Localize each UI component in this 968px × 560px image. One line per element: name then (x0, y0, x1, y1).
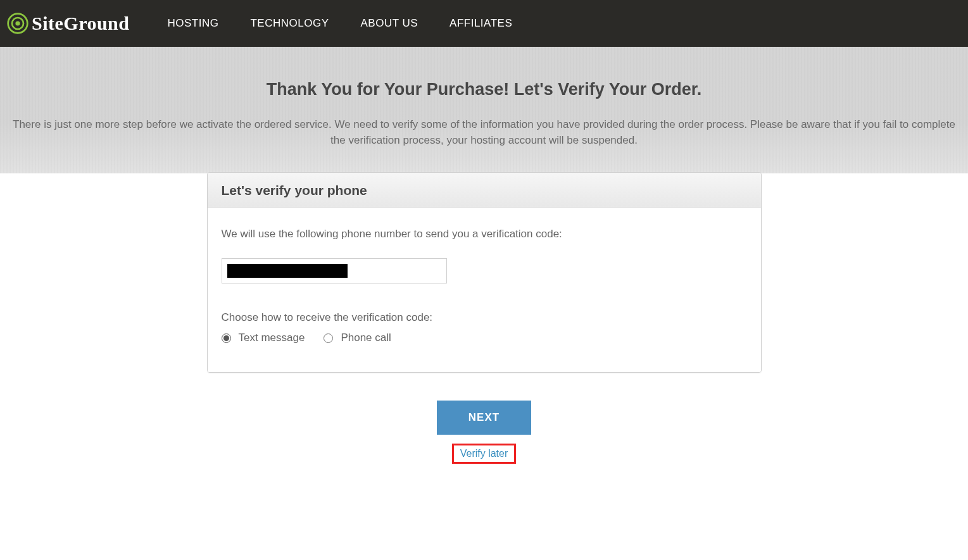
next-button[interactable]: NEXT (437, 401, 531, 435)
radio-text-message-label: Text message (239, 332, 305, 344)
nav-link-technology[interactable]: TECHNOLOGY (250, 17, 329, 30)
verification-method-radios: Text message Phone call (222, 332, 747, 344)
verify-later-link[interactable]: Verify later (460, 448, 508, 459)
radio-phone-call-input[interactable] (324, 333, 333, 343)
card-header: Let's verify your phone (208, 173, 761, 208)
verify-later-highlight: Verify later (452, 444, 517, 464)
radio-text-message-input[interactable] (222, 333, 231, 343)
page-subtitle: There is just one more step before we ac… (9, 117, 959, 148)
radio-text-message[interactable]: Text message (222, 332, 305, 344)
card-title: Let's verify your phone (222, 183, 747, 198)
page-title: Thank You for Your Purchase! Let's Verif… (9, 80, 959, 99)
nav-link-affiliates[interactable]: AFFILIATES (449, 17, 512, 30)
actions-area: NEXT Verify later (0, 401, 968, 464)
redacted-phone-value (227, 264, 348, 278)
brand-name: SiteGround (32, 13, 130, 34)
brand-icon (6, 12, 29, 35)
nav-link-hosting[interactable]: HOSTING (168, 17, 219, 30)
card-lead-text: We will use the following phone number t… (222, 228, 747, 240)
verify-phone-card: Let's verify your phone We will use the … (207, 172, 762, 373)
primary-nav: HOSTING TECHNOLOGY ABOUT US AFFILIATES (168, 17, 513, 30)
choose-method-label: Choose how to receive the verification c… (222, 311, 747, 324)
radio-phone-call-label: Phone call (341, 332, 391, 344)
radio-phone-call[interactable]: Phone call (324, 332, 391, 344)
top-navbar: SiteGround HOSTING TECHNOLOGY ABOUT US A… (0, 0, 968, 47)
nav-link-about[interactable]: ABOUT US (360, 17, 418, 30)
svg-point-2 (15, 21, 20, 25)
hero-section: Thank You for Your Purchase! Let's Verif… (0, 47, 968, 173)
brand-logo[interactable]: SiteGround (6, 12, 130, 35)
phone-number-input[interactable] (222, 258, 447, 283)
